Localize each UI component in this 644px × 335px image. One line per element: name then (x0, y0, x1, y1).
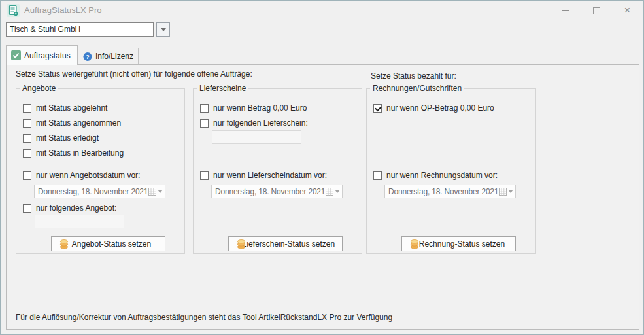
group-angebote: Angebote mit Status abgelehnt mit Status… (16, 88, 185, 254)
title-bar: AuftragStatusLX Pro × (1, 1, 643, 20)
lieferschein-date-picker[interactable]: Donnerstag, 18. November 2021 (211, 185, 343, 198)
maximize-icon (593, 7, 600, 14)
app-window: AuftragStatusLX Pro × Tisch & Stuhl GmbH… (0, 0, 644, 335)
checkbox-row-folgendes-angebot[interactable]: nur folgendes Angebot: (23, 203, 116, 213)
company-combobox-value[interactable]: Tisch & Stuhl GmbH (6, 22, 154, 37)
checkbox-label: nur wenn Betrag 0,00 Euro (213, 103, 307, 113)
checkbox-row-status-in-bearbeitung[interactable]: mit Status in Bearbeitung (23, 149, 124, 158)
checkmark-icon (11, 50, 21, 60)
group-rechnungen-gutschriften: Rechnungen/Gutschriften nur wenn OP-Betr… (366, 88, 536, 254)
company-combobox-dropdown-button[interactable] (156, 22, 170, 37)
group-title: Angebote (20, 84, 58, 93)
minimize-button[interactable] (551, 1, 581, 20)
checkbox[interactable] (23, 104, 31, 113)
checkbox-label: nur wenn Angebotsdatum vor: (36, 171, 140, 180)
checkbox[interactable] (23, 204, 31, 213)
calendar-icon (326, 188, 333, 196)
checkbox-row-angebotsdatum-vor[interactable]: nur wenn Angebotsdatum vor: (23, 171, 140, 180)
angebot-status-setzen-button[interactable]: Angebot-Status setzen (51, 236, 165, 251)
checkbox[interactable] (23, 134, 31, 143)
intro-open-orders-label: Setze Status weitergeführt (nicht offen)… (16, 69, 252, 79)
checkbox-row-betrag-null[interactable]: nur wenn Betrag 0,00 Euro (200, 103, 307, 113)
chevron-down-icon[interactable] (335, 190, 340, 193)
checkbox[interactable] (23, 171, 31, 180)
tab-auftragstatus[interactable]: Auftragstatus (6, 45, 78, 65)
lieferschein-number-input[interactable] (212, 130, 301, 144)
close-button[interactable]: × (612, 1, 643, 20)
company-combobox: Tisch & Stuhl GmbH (6, 22, 171, 37)
checkbox-label: nur wenn Rechnungsdatum vor: (386, 171, 498, 180)
coins-icon (409, 239, 420, 249)
group-lieferscheine: Lieferscheine nur wenn Betrag 0,00 Euro … (193, 88, 362, 254)
tab-label: Auftragstatus (24, 51, 71, 60)
angebot-date-picker[interactable]: Donnerstag, 18. November 2021 (34, 185, 165, 198)
checkbox[interactable] (200, 171, 209, 180)
window-title: AuftragStatusLX Pro (24, 5, 102, 15)
chevron-down-icon[interactable] (158, 190, 163, 193)
checkbox-row-rechnungsdatum-vor[interactable]: nur wenn Rechnungsdatum vor: (373, 171, 498, 180)
checkbox-row-status-abgelehnt[interactable]: mit Status abgelehnt (23, 103, 107, 113)
chevron-down-icon[interactable] (508, 190, 513, 193)
checkbox-label: mit Status abgelehnt (36, 103, 107, 113)
checkbox[interactable] (23, 149, 31, 158)
checkbox[interactable] (200, 119, 209, 128)
checkbox-label: nur wenn OP-Betrag 0,00 Euro (386, 103, 494, 113)
question-mark-icon: ? (83, 52, 92, 62)
rechnung-status-setzen-button[interactable]: Rechnung-Status setzen (401, 236, 516, 251)
checkbox-label: mit Status angenommen (36, 118, 121, 128)
group-title: Rechnungen/Gutschriften (370, 84, 464, 93)
checkbox-label: nur folgendes Angebot: (36, 203, 116, 213)
footer-hint-label: Für die Auflösung/Korrektur von Auftrags… (16, 313, 392, 322)
date-value: Donnerstag, 18. November 2021 (388, 187, 498, 196)
calendar-icon (499, 188, 507, 196)
tab-info-lizenz[interactable]: ? Info/Lizenz (78, 48, 139, 64)
checkbox-label: nur wenn Lieferscheindatum vor: (213, 171, 327, 180)
checkbox-row-status-angenommen[interactable]: mit Status angenommen (23, 118, 121, 128)
close-icon: × (624, 5, 630, 16)
checkbox-label: mit Status in Bearbeitung (36, 149, 124, 158)
checkbox[interactable] (373, 104, 382, 113)
checkbox[interactable] (23, 119, 31, 128)
checkbox-label: nur folgenden Lieferschein: (213, 118, 308, 128)
svg-text:?: ? (86, 53, 89, 60)
lieferschein-status-setzen-button[interactable]: Lieferschein-Status setzen (228, 236, 343, 251)
checkbox-label: mit Status erledigt (36, 133, 99, 143)
minimize-icon (562, 10, 569, 11)
date-value: Donnerstag, 18. November 2021 (215, 187, 324, 196)
window-controls: × (551, 1, 643, 20)
checkbox[interactable] (373, 171, 382, 180)
group-title: Lieferscheine (197, 84, 248, 93)
checkbox[interactable] (200, 104, 209, 113)
checkbox-row-lieferscheindatum-vor[interactable]: nur wenn Lieferscheindatum vor: (200, 171, 327, 180)
date-value: Donnerstag, 18. November 2021 (38, 187, 147, 196)
checkbox-row-folgenden-lieferschein[interactable]: nur folgenden Lieferschein: (200, 118, 308, 128)
coins-icon (59, 239, 69, 249)
maximize-button[interactable] (581, 1, 612, 20)
intro-paid-status-label: Setze Status bezahlt für: (371, 71, 456, 80)
calendar-icon (148, 188, 156, 196)
auftragstatus-tab-page: Setze Status weitergeführt (nicht offen)… (6, 64, 639, 330)
coins-icon (236, 239, 246, 249)
rechnung-date-picker[interactable]: Donnerstag, 18. November 2021 (384, 185, 516, 198)
angebot-number-input[interactable] (35, 215, 124, 228)
chevron-down-icon (161, 28, 166, 31)
tab-label: Info/Lizenz (95, 52, 133, 61)
checkbox-row-op-betrag-null[interactable]: nur wenn OP-Betrag 0,00 Euro (373, 103, 494, 113)
app-icon (7, 4, 20, 17)
checkbox-row-status-erledigt[interactable]: mit Status erledigt (23, 133, 99, 143)
